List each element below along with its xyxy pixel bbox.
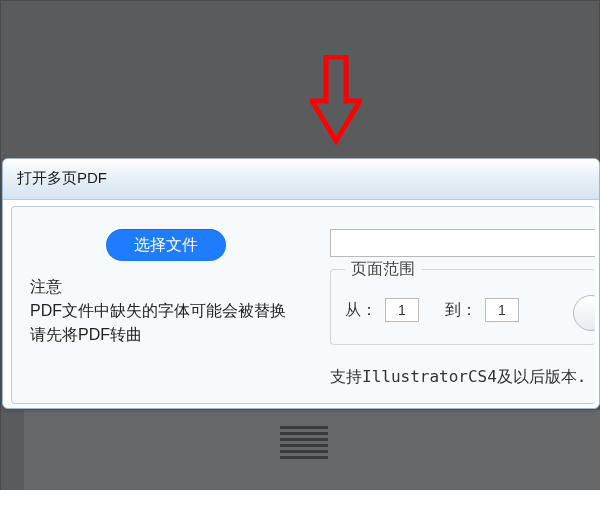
- document-thumbnail-icon: [280, 426, 328, 462]
- note-block: 注意 PDF文件中缺失的字体可能会被替换 请先将PDF转曲: [30, 275, 310, 347]
- footer-strip: [0, 490, 600, 508]
- page-range-row: 从： 1 到： 1: [345, 298, 519, 322]
- to-page-input[interactable]: 1: [485, 298, 519, 322]
- support-text: 支持IllustratorCS4及以后版本.: [330, 367, 587, 388]
- dialog-client-area: 选择文件 注意 PDF文件中缺失的字体可能会被替换 请先将PDF转曲 页面范围 …: [11, 206, 595, 404]
- note-line-2: 请先将PDF转曲: [30, 323, 310, 347]
- note-line-1: PDF文件中缺失的字体可能会被替换: [30, 299, 310, 323]
- to-label: 到：: [445, 300, 477, 321]
- dialog-titlebar: 打开多页PDF: [3, 159, 599, 200]
- from-page-input[interactable]: 1: [385, 298, 419, 322]
- file-path-input[interactable]: [330, 229, 595, 257]
- page-range-group: 页面范围 从： 1 到： 1: [330, 269, 595, 345]
- open-multipage-pdf-dialog: 打开多页PDF 选择文件 注意 PDF文件中缺失的字体可能会被替换 请先将PDF…: [2, 158, 600, 409]
- red-arrow-icon: [310, 55, 362, 145]
- app-background: 打开多页PDF 选择文件 注意 PDF文件中缺失的字体可能会被替换 请先将PDF…: [0, 0, 600, 508]
- select-file-button[interactable]: 选择文件: [106, 229, 226, 261]
- page-range-title: 页面范围: [345, 259, 421, 280]
- note-heading: 注意: [30, 275, 310, 299]
- dialog-title: 打开多页PDF: [17, 169, 107, 188]
- from-label: 从：: [345, 300, 377, 321]
